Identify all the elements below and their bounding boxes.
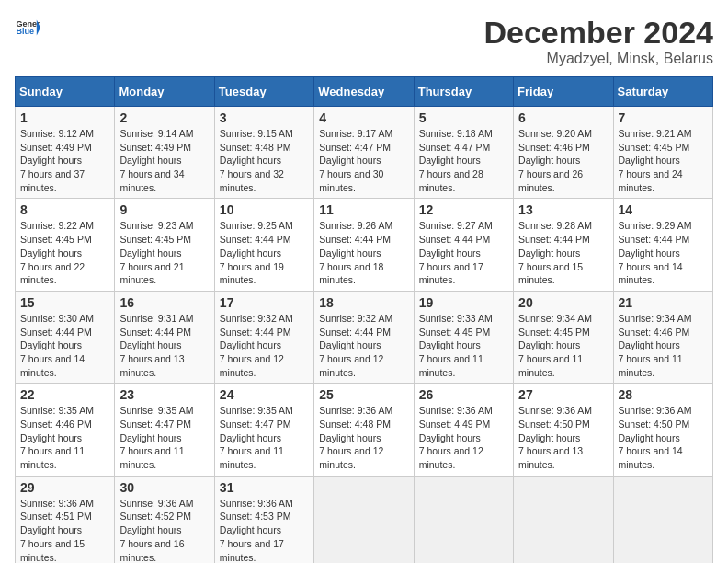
day-cell-28: 28Sunrise: 9:36 AMSunset: 4:50 PMDayligh… — [613, 384, 712, 476]
empty-cell — [613, 476, 712, 563]
weekday-header-tuesday: Tuesday — [214, 77, 313, 107]
day-info: Sunrise: 9:21 AMSunset: 4:45 PMDaylight … — [619, 128, 692, 193]
day-cell-18: 18Sunrise: 9:32 AMSunset: 4:44 PMDayligh… — [314, 291, 414, 383]
empty-cell — [514, 476, 613, 563]
logo-icon: General Blue — [15, 15, 40, 40]
day-info: Sunrise: 9:22 AMSunset: 4:45 PMDaylight … — [20, 220, 94, 285]
day-cell-21: 21Sunrise: 9:34 AMSunset: 4:46 PMDayligh… — [613, 291, 712, 383]
weekday-header-friday: Friday — [514, 77, 613, 107]
day-info: Sunrise: 9:28 AMSunset: 4:44 PMDaylight … — [518, 220, 592, 285]
weekday-header-wednesday: Wednesday — [314, 77, 414, 107]
day-info: Sunrise: 9:36 AMSunset: 4:51 PMDaylight … — [20, 498, 94, 563]
day-cell-17: 17Sunrise: 9:32 AMSunset: 4:44 PMDayligh… — [214, 291, 313, 383]
day-number: 11 — [319, 202, 408, 217]
calendar-week-5: 29Sunrise: 9:36 AMSunset: 4:51 PMDayligh… — [16, 476, 713, 563]
day-number: 18 — [319, 295, 408, 310]
logo: General Blue — [15, 15, 40, 40]
day-number: 28 — [619, 387, 708, 402]
day-info: Sunrise: 9:30 AMSunset: 4:44 PMDaylight … — [20, 313, 94, 378]
day-number: 30 — [119, 480, 209, 495]
day-info: Sunrise: 9:26 AMSunset: 4:44 PMDaylight … — [319, 220, 392, 285]
day-info: Sunrise: 9:32 AMSunset: 4:44 PMDaylight … — [220, 313, 293, 378]
day-info: Sunrise: 9:35 AMSunset: 4:46 PMDaylight … — [20, 405, 94, 470]
day-info: Sunrise: 9:32 AMSunset: 4:44 PMDaylight … — [319, 313, 392, 378]
day-cell-26: 26Sunrise: 9:36 AMSunset: 4:49 PMDayligh… — [414, 384, 513, 476]
weekday-header-monday: Monday — [115, 77, 214, 107]
day-cell-31: 31Sunrise: 9:36 AMSunset: 4:53 PMDayligh… — [214, 476, 313, 563]
day-info: Sunrise: 9:36 AMSunset: 4:52 PMDaylight … — [119, 498, 193, 563]
svg-text:Blue: Blue — [16, 27, 34, 36]
day-info: Sunrise: 9:35 AMSunset: 4:47 PMDaylight … — [119, 405, 193, 470]
day-number: 23 — [119, 387, 209, 402]
location-title: Myadzyel, Minsk, Belarus — [483, 51, 713, 67]
day-cell-2: 2Sunrise: 9:14 AMSunset: 4:49 PMDaylight… — [115, 107, 214, 199]
day-number: 6 — [518, 110, 608, 125]
day-number: 5 — [419, 110, 508, 125]
day-number: 4 — [319, 110, 408, 125]
day-cell-12: 12Sunrise: 9:27 AMSunset: 4:44 PMDayligh… — [414, 199, 513, 291]
day-number: 12 — [419, 202, 508, 217]
day-info: Sunrise: 9:27 AMSunset: 4:44 PMDaylight … — [419, 220, 493, 285]
day-number: 20 — [518, 295, 608, 310]
weekday-header-sunday: Sunday — [16, 77, 115, 107]
day-cell-29: 29Sunrise: 9:36 AMSunset: 4:51 PMDayligh… — [16, 476, 115, 563]
day-number: 3 — [220, 110, 309, 125]
day-cell-16: 16Sunrise: 9:31 AMSunset: 4:44 PMDayligh… — [115, 291, 214, 383]
day-cell-9: 9Sunrise: 9:23 AMSunset: 4:45 PMDaylight… — [115, 199, 214, 291]
day-cell-14: 14Sunrise: 9:29 AMSunset: 4:44 PMDayligh… — [613, 199, 712, 291]
day-cell-3: 3Sunrise: 9:15 AMSunset: 4:48 PMDaylight… — [214, 107, 313, 199]
calendar-table: SundayMondayTuesdayWednesdayThursdayFrid… — [15, 76, 713, 563]
day-cell-7: 7Sunrise: 9:21 AMSunset: 4:45 PMDaylight… — [613, 107, 712, 199]
month-title: December 2024 — [483, 15, 713, 51]
day-cell-10: 10Sunrise: 9:25 AMSunset: 4:44 PMDayligh… — [214, 199, 313, 291]
day-info: Sunrise: 9:34 AMSunset: 4:45 PMDaylight … — [518, 313, 592, 378]
day-number: 9 — [119, 202, 209, 217]
day-cell-13: 13Sunrise: 9:28 AMSunset: 4:44 PMDayligh… — [514, 199, 613, 291]
empty-cell — [314, 476, 414, 563]
day-number: 10 — [220, 202, 309, 217]
day-number: 1 — [20, 110, 109, 125]
day-info: Sunrise: 9:31 AMSunset: 4:44 PMDaylight … — [119, 313, 193, 378]
day-cell-5: 5Sunrise: 9:18 AMSunset: 4:47 PMDaylight… — [414, 107, 513, 199]
day-cell-6: 6Sunrise: 9:20 AMSunset: 4:46 PMDaylight… — [514, 107, 613, 199]
day-cell-23: 23Sunrise: 9:35 AMSunset: 4:47 PMDayligh… — [115, 384, 214, 476]
day-cell-24: 24Sunrise: 9:35 AMSunset: 4:47 PMDayligh… — [214, 384, 313, 476]
title-block: December 2024 Myadzyel, Minsk, Belarus — [483, 15, 713, 67]
calendar-week-2: 8Sunrise: 9:22 AMSunset: 4:45 PMDaylight… — [16, 199, 713, 291]
day-info: Sunrise: 9:36 AMSunset: 4:50 PMDaylight … — [619, 405, 692, 470]
day-info: Sunrise: 9:23 AMSunset: 4:45 PMDaylight … — [119, 220, 193, 285]
day-info: Sunrise: 9:12 AMSunset: 4:49 PMDaylight … — [20, 128, 94, 193]
day-cell-30: 30Sunrise: 9:36 AMSunset: 4:52 PMDayligh… — [115, 476, 214, 563]
day-number: 25 — [319, 387, 408, 402]
day-number: 17 — [220, 295, 309, 310]
day-cell-22: 22Sunrise: 9:35 AMSunset: 4:46 PMDayligh… — [16, 384, 115, 476]
day-number: 26 — [419, 387, 508, 402]
day-number: 27 — [518, 387, 608, 402]
day-info: Sunrise: 9:14 AMSunset: 4:49 PMDaylight … — [119, 128, 193, 193]
day-number: 21 — [619, 295, 708, 310]
empty-cell — [414, 476, 513, 563]
day-number: 31 — [220, 480, 309, 495]
day-info: Sunrise: 9:17 AMSunset: 4:47 PMDaylight … — [319, 128, 392, 193]
day-number: 22 — [20, 387, 109, 402]
calendar-week-1: 1Sunrise: 9:12 AMSunset: 4:49 PMDaylight… — [16, 107, 713, 199]
day-number: 24 — [220, 387, 309, 402]
day-cell-27: 27Sunrise: 9:36 AMSunset: 4:50 PMDayligh… — [514, 384, 613, 476]
day-info: Sunrise: 9:36 AMSunset: 4:48 PMDaylight … — [319, 405, 392, 470]
day-info: Sunrise: 9:18 AMSunset: 4:47 PMDaylight … — [419, 128, 493, 193]
day-cell-25: 25Sunrise: 9:36 AMSunset: 4:48 PMDayligh… — [314, 384, 414, 476]
day-cell-15: 15Sunrise: 9:30 AMSunset: 4:44 PMDayligh… — [16, 291, 115, 383]
weekday-header-row: SundayMondayTuesdayWednesdayThursdayFrid… — [16, 77, 713, 107]
day-info: Sunrise: 9:35 AMSunset: 4:47 PMDaylight … — [220, 405, 293, 470]
day-cell-1: 1Sunrise: 9:12 AMSunset: 4:49 PMDaylight… — [16, 107, 115, 199]
day-number: 7 — [619, 110, 708, 125]
day-number: 2 — [119, 110, 209, 125]
day-number: 13 — [518, 202, 608, 217]
day-info: Sunrise: 9:29 AMSunset: 4:44 PMDaylight … — [619, 220, 692, 285]
day-info: Sunrise: 9:15 AMSunset: 4:48 PMDaylight … — [220, 128, 293, 193]
day-cell-20: 20Sunrise: 9:34 AMSunset: 4:45 PMDayligh… — [514, 291, 613, 383]
calendar-week-4: 22Sunrise: 9:35 AMSunset: 4:46 PMDayligh… — [16, 384, 713, 476]
page-header: General Blue December 2024 Myadzyel, Min… — [15, 15, 713, 67]
calendar-week-3: 15Sunrise: 9:30 AMSunset: 4:44 PMDayligh… — [16, 291, 713, 383]
day-cell-19: 19Sunrise: 9:33 AMSunset: 4:45 PMDayligh… — [414, 291, 513, 383]
